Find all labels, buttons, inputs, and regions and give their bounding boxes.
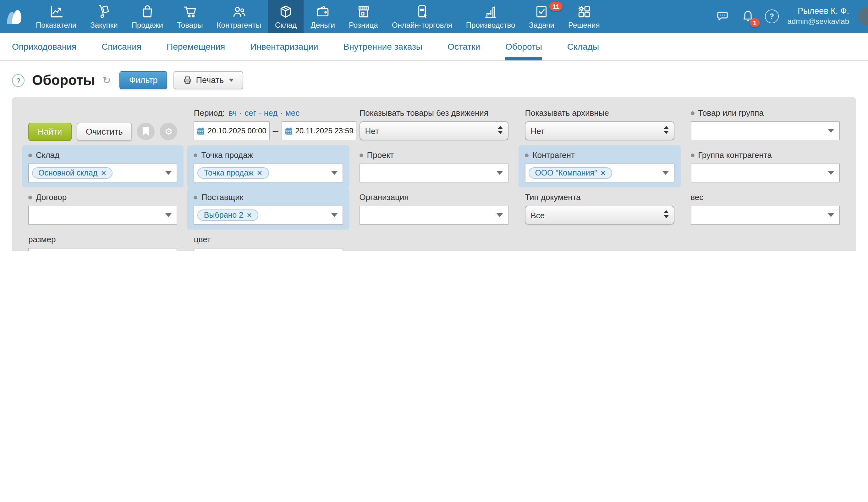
tab-oboroty[interactable]: Обороты xyxy=(505,33,542,60)
supplier-chip[interactable]: Выбрано 2✕ xyxy=(198,210,259,221)
combo-caret-icon xyxy=(662,171,669,175)
chip-close-icon[interactable]: ✕ xyxy=(101,169,106,177)
contract-combo[interactable] xyxy=(28,206,177,224)
gear-glyph: ⚙ xyxy=(165,127,173,137)
tab-spisaniya[interactable]: Списания xyxy=(102,33,142,60)
archived-select[interactable]: Нет xyxy=(525,121,674,140)
color-combo[interactable] xyxy=(194,248,343,251)
logo[interactable] xyxy=(0,0,29,33)
organization-label: Организация xyxy=(360,192,409,202)
bell-icon[interactable]: 1 xyxy=(740,8,756,24)
filter-dot-icon xyxy=(194,195,198,199)
nav-item-roznitsa[interactable]: Розница xyxy=(342,0,385,33)
nav-item-proizvodstvo[interactable]: Производство xyxy=(459,0,522,33)
filter-button[interactable]: Фильтр xyxy=(120,71,167,89)
apps-icon xyxy=(576,3,592,20)
contract-cell: Договор xyxy=(22,188,184,230)
warehouse-label: Склад xyxy=(36,150,59,160)
organization-combo[interactable] xyxy=(360,206,509,224)
search-button[interactable]: Найти xyxy=(28,122,71,141)
avatar[interactable] xyxy=(858,7,868,26)
dash-separator: – xyxy=(273,125,278,137)
tab-peremescheniya[interactable]: Перемещения xyxy=(167,33,225,60)
period-today-link[interactable]: сег xyxy=(245,108,256,118)
period-yesterday-link[interactable]: вч xyxy=(228,108,237,118)
doc-type-select[interactable]: Все xyxy=(525,206,674,224)
counterparty-group-combo[interactable] xyxy=(691,163,840,182)
project-cell: Проект xyxy=(353,145,515,188)
tab-sklady[interactable]: Склады xyxy=(567,33,599,60)
product-combo[interactable] xyxy=(691,121,840,140)
nav-item-tovary[interactable]: Товары xyxy=(170,0,210,33)
nav-item-zadachi[interactable]: 11 Задачи xyxy=(522,0,561,33)
tab-oprihodovaniya[interactable]: Оприходования xyxy=(12,33,76,60)
wallet-icon xyxy=(315,3,331,20)
retail-point-chip[interactable]: Точка продаж✕ xyxy=(198,167,269,179)
period-from-input[interactable]: 20.10.2025 00:00 xyxy=(194,121,270,140)
bookmark-icon[interactable] xyxy=(137,123,155,140)
box-icon xyxy=(278,3,294,20)
chart-icon xyxy=(49,3,64,20)
period-label: Период: xyxy=(194,108,225,118)
period-month-link[interactable]: мес xyxy=(285,108,300,118)
user-name: Рылеев К. Ф. xyxy=(787,6,849,17)
chip-label: Точка продаж xyxy=(204,169,254,178)
filter-dot-icon xyxy=(691,111,694,115)
archived-label: Показывать архивные xyxy=(525,108,609,118)
refresh-icon[interactable]: ↻ xyxy=(102,74,111,86)
nav-label: Склад xyxy=(275,21,297,30)
print-button[interactable]: Печать xyxy=(174,71,243,89)
nav-label: Решения xyxy=(568,21,600,30)
size-label: размер xyxy=(28,235,55,244)
page-help-icon[interactable]: ? xyxy=(12,74,24,87)
size-combo[interactable] xyxy=(28,248,177,251)
filter-dot-icon xyxy=(360,153,363,157)
period-to-input[interactable]: 20.11.2025 23:59 xyxy=(281,121,356,140)
nav-item-resheniya[interactable]: Решения xyxy=(561,0,607,33)
tab-inventarizatsii[interactable]: Инвентаризации xyxy=(250,33,318,60)
retail-point-combo[interactable]: Точка продаж✕ xyxy=(194,163,343,182)
combo-caret-icon xyxy=(166,213,172,217)
nav-item-prodazhi[interactable]: Продажи xyxy=(125,0,170,33)
nav-item-kontragenty[interactable]: Контрагенты xyxy=(210,0,268,33)
chip-close-icon[interactable]: ✕ xyxy=(600,169,606,177)
no-movement-select[interactable]: Нет xyxy=(360,121,509,140)
dot-separator: · xyxy=(239,108,242,118)
supplier-combo[interactable]: Выбрано 2✕ xyxy=(194,206,343,224)
period-cell: Период: вч · сег · нед · мес 20.10.2025 … xyxy=(188,103,350,145)
settings-gear-icon[interactable]: ⚙ xyxy=(160,123,177,140)
warehouse-chip[interactable]: Основной склад✕ xyxy=(32,167,113,179)
help-icon[interactable]: ? xyxy=(765,9,779,23)
warehouse-combo[interactable]: Основной склад✕ xyxy=(28,163,177,182)
combo-caret-icon xyxy=(497,171,503,175)
nav-label: Задачи xyxy=(529,21,554,30)
combo-caret-icon xyxy=(166,171,172,175)
counterparty-chip[interactable]: ООО "Компания"✕ xyxy=(529,167,612,179)
retail-point-label: Точка продаж xyxy=(202,150,253,160)
doc-type-label: Тип документа xyxy=(525,192,580,202)
chip-close-icon[interactable]: ✕ xyxy=(257,169,262,177)
chip-close-icon[interactable]: ✕ xyxy=(246,211,252,219)
tab-ostatki[interactable]: Остатки xyxy=(447,33,480,60)
nav-item-online-torgovlya[interactable]: Онлайн-торговля xyxy=(385,0,459,33)
nav-item-pokazateli[interactable]: Показатели xyxy=(29,0,83,33)
select-arrows-icon xyxy=(498,126,503,134)
tab-vnutrennie-zakazy[interactable]: Внутренние заказы xyxy=(343,33,422,60)
project-combo[interactable] xyxy=(360,163,509,182)
user-menu[interactable]: Рылеев К. Ф. admin@sevkavlab xyxy=(787,6,849,27)
clear-button[interactable]: Очистить xyxy=(76,122,132,141)
nav-item-zakupki[interactable]: Закупки xyxy=(83,0,125,33)
period-week-link[interactable]: нед xyxy=(264,108,278,118)
store-icon xyxy=(355,3,371,20)
filter-dot-icon xyxy=(28,153,32,157)
chat-icon[interactable] xyxy=(715,8,731,24)
help-glyph: ? xyxy=(769,12,774,21)
nav-item-sklad[interactable]: Склад xyxy=(268,0,303,33)
topbar-right: 1 ? Рылеев К. Ф. admin@sevkavlab xyxy=(715,0,868,33)
top-nav-bar: Показатели Закупки Продажи Товары xyxy=(0,0,868,33)
nav-item-dengi[interactable]: Деньги xyxy=(303,0,342,33)
chip-label: ООО "Компания" xyxy=(535,169,597,178)
counterparty-combo[interactable]: ООО "Компания"✕ xyxy=(525,163,674,182)
select-arrows-icon xyxy=(663,210,669,218)
weight-combo[interactable] xyxy=(691,206,840,224)
